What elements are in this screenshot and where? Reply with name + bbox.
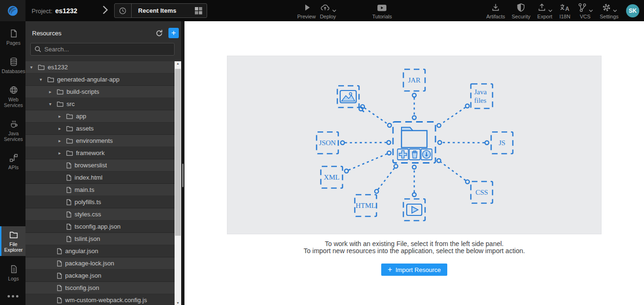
diagram-node-json: JSON: [317, 132, 338, 154]
file-icon: [66, 199, 72, 206]
import-resource-label: Import Resource: [395, 266, 441, 273]
tutorials-icon: [376, 3, 387, 12]
sidebar-item-web-services[interactable]: Web Services: [0, 82, 25, 111]
sidebar-item-logs[interactable]: Logs: [0, 261, 25, 285]
tree-row-package.json[interactable]: package.json: [25, 270, 175, 282]
tree-label: environments: [76, 137, 113, 144]
diagram-node-central-folder: [393, 122, 435, 163]
tree-row-browserslist[interactable]: browserslist: [25, 159, 175, 172]
scrollbar-thumb[interactable]: [175, 69, 181, 236]
sidebar-item-pages[interactable]: Pages: [0, 25, 25, 49]
recent-items-dropdown[interactable]: Recent Items: [114, 3, 207, 18]
expand-arrow-icon[interactable]: ▸: [59, 126, 66, 131]
collapse-arrow-icon[interactable]: ▾: [30, 65, 38, 70]
search-input[interactable]: [44, 46, 170, 53]
svg-text:HTML: HTML: [356, 202, 376, 209]
folder-icon: [57, 89, 64, 95]
tree-row-framework[interactable]: ▸framework: [25, 147, 175, 159]
user-avatar[interactable]: SK: [626, 4, 639, 17]
file-icon: [57, 260, 62, 267]
recent-items-label: Recent Items: [132, 7, 194, 14]
tree-row-build-scripts[interactable]: ▸build-scripts: [25, 86, 175, 98]
expand-arrow-icon[interactable]: ▸: [59, 114, 66, 119]
pages-icon: [9, 29, 18, 40]
tree-row-package-lock.json[interactable]: package-lock.json: [25, 257, 175, 270]
vcs-button[interactable]: VCS: [577, 2, 593, 19]
settings-button[interactable]: Settings: [600, 2, 619, 19]
project-label: Project:: [32, 8, 52, 15]
tree-scrollbar[interactable]: ▲ ▼: [175, 61, 181, 305]
file-icon: [66, 223, 72, 230]
security-button[interactable]: Security: [512, 2, 531, 19]
sidebar-more-button[interactable]: [0, 289, 25, 303]
deploy-button[interactable]: Deploy: [319, 2, 336, 19]
grid-view-icon[interactable]: [194, 7, 202, 15]
pages-label: Pages: [7, 40, 21, 46]
file-tree-viewport: ▾es1232▾generated-angular-app▸build-scri…: [25, 61, 184, 305]
connector-dot: [387, 140, 391, 144]
expand-arrow-icon[interactable]: ▸: [59, 150, 66, 156]
connector-dot: [375, 190, 378, 193]
tree-row-es1232[interactable]: ▾es1232: [25, 61, 175, 74]
artifacts-label: Artifacts: [486, 14, 505, 19]
tree-row-app[interactable]: ▸app: [25, 110, 175, 123]
sidebar-item-java-services[interactable]: Java Services: [0, 115, 25, 145]
connector-dot: [437, 124, 441, 127]
sidebar-item-file-explorer[interactable]: File Explorer: [0, 226, 25, 256]
connector-dot: [341, 141, 344, 145]
tree-row-tsconfig.json[interactable]: tsconfig.json: [25, 282, 175, 294]
panel-resize-edge: [181, 21, 184, 305]
preview-button[interactable]: Preview: [297, 2, 316, 19]
collapse-arrow-icon[interactable]: ▾: [40, 77, 47, 82]
tree-label: index.html: [75, 174, 102, 181]
import-resource-button[interactable]: + Import Resource: [381, 264, 447, 276]
refresh-icon[interactable]: [155, 29, 163, 37]
tree-row-index.html[interactable]: index.html: [25, 172, 175, 184]
tree-label: src: [67, 100, 75, 107]
expand-arrow-icon[interactable]: ▸: [49, 89, 57, 94]
chevron-down-icon: [332, 9, 336, 12]
search-icon: [34, 46, 42, 53]
tree-row-assets[interactable]: ▸assets: [25, 123, 175, 135]
deploy-icon: [319, 3, 331, 12]
connector-line: [378, 168, 394, 190]
plus-icon: +: [388, 265, 392, 274]
add-resource-button[interactable]: +: [168, 28, 179, 38]
expand-arrow-icon[interactable]: ▸: [59, 138, 66, 143]
i18n-button[interactable]: AI18N: [559, 2, 570, 19]
tree-row-tslint.json[interactable]: tslint.json: [25, 233, 175, 245]
tree-row-styles.css[interactable]: styles.css: [25, 208, 175, 221]
tutorials-label: Tutorials: [372, 14, 392, 19]
tree-label: framework: [76, 149, 105, 157]
tree-row-angular.json[interactable]: angular.json: [25, 245, 175, 257]
sidebar-item-apis[interactable]: APIs: [0, 149, 25, 173]
tree-row-src[interactable]: ▾src: [25, 98, 175, 110]
tutorials-button[interactable]: Tutorials: [372, 2, 392, 19]
resources-header: Resources +: [25, 21, 184, 39]
tree-row-main.ts[interactable]: main.ts: [25, 184, 175, 196]
tree-label: wm-custom-webpack.config.js: [65, 297, 147, 304]
collapse-arrow-icon[interactable]: ▾: [49, 101, 57, 107]
svg-text:JS: JS: [499, 139, 505, 147]
scroll-up-arrow[interactable]: ▲: [175, 62, 181, 65]
tree-row-wm-custom-webpack.config.js[interactable]: wm-custom-webpack.config.js: [25, 294, 175, 305]
sidebar-item-databases[interactable]: Databases: [0, 53, 25, 77]
app-logo[interactable]: [0, 0, 25, 21]
tree-label: package.json: [65, 272, 101, 279]
scroll-down-arrow[interactable]: ▼: [175, 301, 181, 305]
export-button[interactable]: Export: [537, 2, 552, 19]
resources-search[interactable]: [30, 43, 175, 56]
tree-row-tsconfig.app.json[interactable]: tsconfig.app.json: [25, 221, 175, 233]
sidebar-top-group: PagesDatabasesWeb ServicesJava ServicesA…: [0, 25, 25, 178]
chevron-right-icon: [102, 5, 109, 17]
panel-resize-handle[interactable]: [182, 164, 184, 187]
diagram-node-video-file: [403, 199, 425, 221]
deploy-label: Deploy: [320, 14, 336, 19]
tree-row-generated-angular-app[interactable]: ▾generated-angular-app: [25, 74, 175, 86]
tree-label: tslint.json: [75, 235, 100, 242]
import-diagram-panel: JARJavafilesJSONJSXMLHTMLCSS: [227, 56, 602, 234]
tree-row-polyfills.ts[interactable]: polyfills.ts: [25, 196, 175, 208]
databases-icon: [9, 57, 18, 68]
tree-row-environments[interactable]: ▸environments: [25, 135, 175, 147]
artifacts-button[interactable]: Artifacts: [486, 2, 505, 19]
